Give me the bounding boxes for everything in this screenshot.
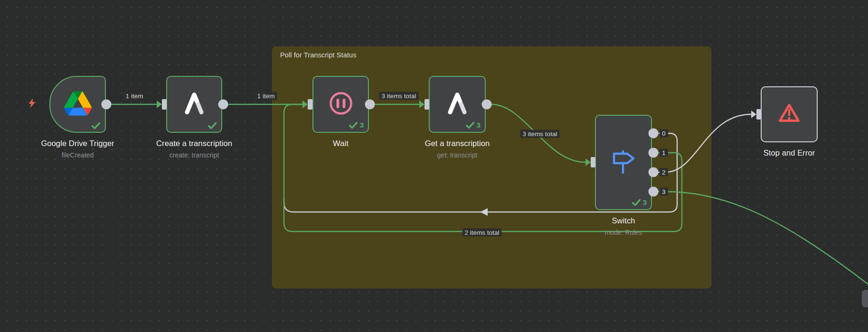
output-port[interactable] [482, 100, 492, 110]
connection-arrow-icon [585, 158, 591, 166]
output-port[interactable] [649, 187, 659, 197]
connection-arrow-icon [302, 101, 308, 108]
output-port[interactable] [218, 100, 228, 110]
input-port[interactable] [756, 109, 761, 120]
input-port[interactable] [162, 99, 167, 110]
input-port[interactable] [425, 99, 429, 110]
connection-arrow-icon [419, 101, 425, 108]
ports-layer [0, 0, 868, 332]
output-port[interactable] [102, 100, 112, 110]
connection-arrow-icon [157, 101, 162, 108]
output-port[interactable] [365, 100, 375, 110]
connection-arrow-icon [751, 111, 756, 118]
input-port[interactable] [591, 157, 595, 167]
workflow-canvas[interactable]: Poll for Transcript Status1 item1 item3 … [0, 0, 868, 332]
output-port[interactable] [649, 148, 659, 158]
output-port[interactable] [649, 167, 659, 177]
output-port[interactable] [649, 129, 659, 138]
input-port[interactable] [308, 99, 312, 110]
